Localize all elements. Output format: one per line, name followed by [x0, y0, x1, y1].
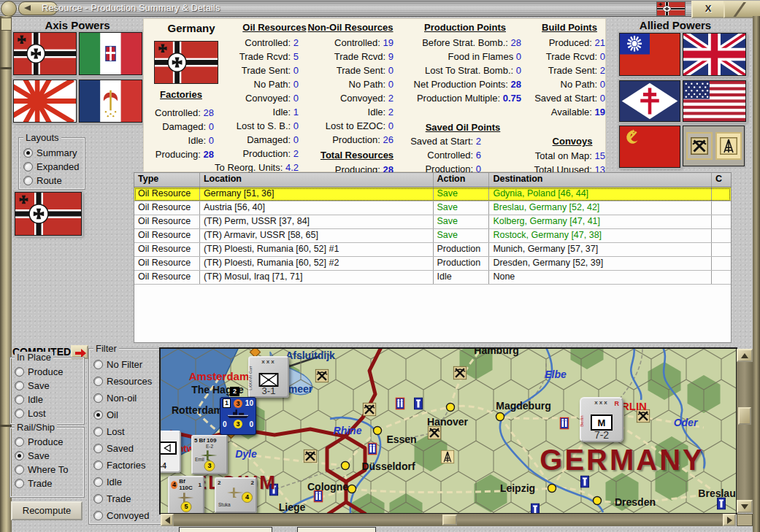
- unit-counter-partial[interactable]: -4: [161, 431, 181, 473]
- radio-label: Idle: [28, 394, 43, 405]
- table-row[interactable]: Oil Resource(TR) Ploesti, Rumania [60, 5…: [134, 243, 731, 257]
- vertical-scroll-thumb[interactable]: [738, 407, 751, 425]
- flag-free-france[interactable]: [619, 80, 680, 122]
- flag-ussr[interactable]: [619, 126, 680, 168]
- radio-idle[interactable]: Idle: [93, 474, 168, 490]
- scroll-up-button[interactable]: [737, 349, 753, 362]
- map-horizontal-scrollbar[interactable]: [161, 514, 736, 526]
- radio-summary[interactable]: Summary: [23, 146, 85, 159]
- flag-germany-selected[interactable]: [15, 192, 82, 236]
- flag-china[interactable]: [619, 33, 680, 76]
- radio-convoyed[interactable]: Convoyed: [93, 507, 168, 523]
- layouts-groupbox: LayoutsSummaryExpandedRoute: [18, 137, 85, 190]
- radio-expanded[interactable]: Expanded: [23, 160, 85, 173]
- radio-label: Where To: [28, 464, 68, 475]
- radio-idle[interactable]: Idle: [15, 393, 84, 406]
- air-stat: 5: [194, 437, 197, 444]
- table-header-row: TypeLocationActionDestinationC: [134, 173, 731, 188]
- radio-trade[interactable]: Trade: [93, 490, 168, 506]
- radio-label: Convoyed: [107, 510, 150, 521]
- bottom-button-2[interactable]: [297, 527, 376, 532]
- left-arrow-icon: [24, 5, 31, 11]
- radio-lost[interactable]: Lost: [93, 423, 168, 439]
- radio-where-to[interactable]: Where To: [15, 463, 84, 476]
- map-viewport[interactable]: HamburgAfsluitdijkAmsterdamThe HagueIJss…: [161, 349, 736, 513]
- radio-produce[interactable]: Produce: [15, 365, 84, 378]
- system-knob-icon[interactable]: [1, 1, 17, 17]
- radio-route[interactable]: Route: [23, 174, 85, 187]
- radio-label: Non-oil: [107, 393, 137, 404]
- flag-japan[interactable]: [13, 80, 77, 123]
- scroll-right-button[interactable]: [723, 514, 736, 526]
- radio-oil[interactable]: Oil: [93, 406, 168, 423]
- unit-counter-stuka[interactable]: 2 2 Stuka 4: [215, 477, 257, 513]
- stat-row: Trade Sent: 2: [488, 63, 605, 77]
- ship-icon: [226, 409, 250, 419]
- table-row[interactable]: Oil Resource(TR) Armavir, USSR [58, 65]S…: [134, 229, 731, 243]
- resource-icon[interactable]: [686, 132, 713, 160]
- map-vertical-scrollbar[interactable]: [737, 349, 753, 513]
- unit-counter-bf110[interactable]: 4 Bf 110C 1 5: [168, 476, 204, 513]
- scroll-down-button[interactable]: [737, 500, 753, 513]
- radio-resources[interactable]: Resources: [93, 373, 168, 389]
- air-badge: 3: [204, 460, 215, 471]
- table-row[interactable]: Oil Resource(TR) Ploesti, Rumania [60, 5…: [134, 257, 731, 271]
- aircraft-name: Stuka: [218, 502, 231, 507]
- air-stat: 2: [251, 479, 254, 486]
- groupbox-title: Rail/Ship: [15, 422, 57, 433]
- country-name: Germany: [144, 22, 239, 34]
- rail-ship-groupbox: Rail/ShipProduceSaveWhere ToTrade: [9, 427, 85, 498]
- diagonal-glyph-icon: [732, 1, 747, 18]
- scroll-left-button[interactable]: [161, 514, 174, 526]
- unit-counter-garrison[interactable]: xxx LXXXVII Garr 3-1: [248, 356, 289, 398]
- table-cell: Save: [434, 215, 490, 228]
- radio-save[interactable]: Save: [15, 379, 84, 392]
- radio-produce[interactable]: Produce: [15, 435, 84, 448]
- recompute-button[interactable]: Recompute: [11, 501, 82, 520]
- horizontal-scroll-thumb[interactable]: [442, 514, 457, 525]
- title-bar[interactable]: Resource - Production Summary & Details …: [0, 0, 760, 17]
- unit-strength: 3-1: [250, 385, 288, 396]
- table-cell: Save: [434, 201, 490, 215]
- table-row[interactable]: Oil Resource(TR) Perm, USSR [37, 84]Save…: [134, 215, 731, 229]
- radio-button-icon: [93, 511, 103, 520]
- radio-label: Saved: [107, 443, 134, 454]
- table-row[interactable]: Oil ResourceGermany [51, 36]SaveGdynia, …: [134, 188, 731, 201]
- unit-size: xxx: [250, 358, 288, 365]
- worker-factory-icon: [368, 443, 377, 455]
- convoys-header: Convoys: [529, 136, 616, 147]
- factory-icon: [531, 504, 540, 514]
- radio-label: Trade: [28, 478, 52, 489]
- table-cell: Breslau, Germany [52, 42]: [489, 201, 712, 215]
- close-button[interactable]: X: [691, 1, 725, 18]
- resource-table: TypeLocationActionDestinationCOil Resour…: [134, 172, 732, 343]
- flag-vichy-france[interactable]: [79, 80, 142, 123]
- resource-icon: [637, 409, 650, 423]
- radio-trade[interactable]: Trade: [15, 477, 84, 490]
- radio-factories[interactable]: Factories: [93, 457, 168, 473]
- flag-usa[interactable]: [683, 80, 746, 122]
- unit-counter-berlin-militia[interactable]: xxx R Berlin M 7-2: [580, 397, 623, 442]
- radio-non-oil[interactable]: Non-oil: [93, 390, 168, 406]
- factory-icon: [717, 498, 726, 510]
- flag-uk[interactable]: [683, 33, 746, 76]
- table-row[interactable]: Oil ResourceAustria [56, 40]SaveBreslau,…: [134, 201, 731, 215]
- radio-saved[interactable]: Saved: [93, 440, 168, 456]
- radio-save[interactable]: Save: [15, 449, 84, 462]
- table-cell: Oil Resource: [134, 271, 200, 284]
- bottom-button-1[interactable]: [179, 527, 272, 532]
- oil-derrick-icon[interactable]: [715, 132, 742, 160]
- unit-strength: -4: [161, 462, 166, 470]
- radio-lost[interactable]: Lost: [15, 406, 84, 420]
- table-row[interactable]: Oil Resource(TR) Mosul, Iraq [71, 71]Idl…: [134, 271, 731, 285]
- table-cell: Oil Resource: [134, 229, 200, 242]
- stat-row: Trade Rcvd: 0: [488, 50, 605, 63]
- unit-counter-bf109[interactable]: 5 Bf 109 E-2 Emil 3: [191, 435, 228, 474]
- allied-powers-header: Allied Powers: [606, 19, 745, 31]
- unit-counter-naval[interactable]: 1 3 10 0 3 0: [220, 397, 256, 435]
- table-cell: Dresden, Germany [52, 39]: [489, 257, 712, 270]
- flag-germany[interactable]: [13, 32, 77, 75]
- window-title: Resource - Production Summary & Details: [42, 2, 220, 13]
- flag-italy[interactable]: [79, 32, 142, 75]
- radio-no-filter[interactable]: No Filter: [93, 356, 168, 372]
